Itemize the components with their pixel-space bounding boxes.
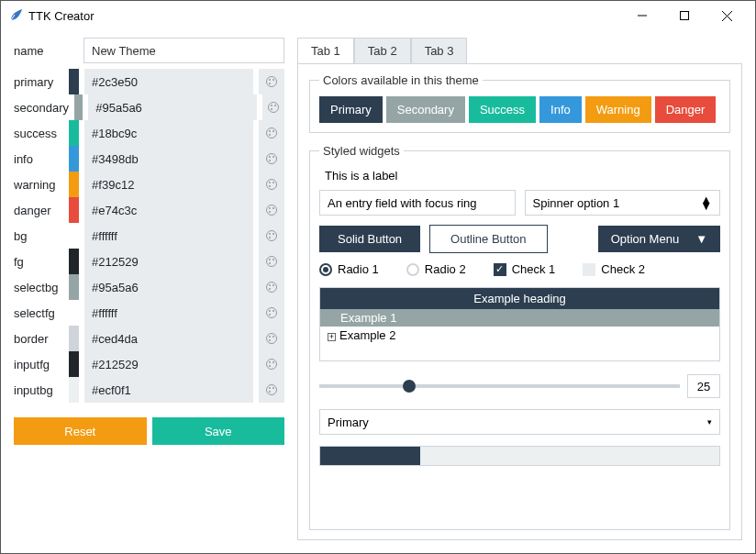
color-row-selectfg: selectfg <box>14 300 284 326</box>
color-picker-button[interactable] <box>259 377 284 403</box>
color-label: warning <box>14 178 63 192</box>
svg-point-25 <box>269 207 271 209</box>
color-hex-input[interactable] <box>84 223 253 249</box>
color-hex-input[interactable] <box>84 197 253 223</box>
color-picker-button[interactable] <box>259 223 284 249</box>
color-picker-button[interactable] <box>259 300 284 326</box>
color-hex-input[interactable] <box>84 146 253 172</box>
svg-point-49 <box>269 361 271 363</box>
color-row-primary: primary <box>14 69 284 94</box>
tree-row-1[interactable]: Example 1 <box>320 309 719 327</box>
minimize-button[interactable] <box>621 2 663 29</box>
color-hex-input[interactable] <box>84 300 253 326</box>
theme-color-button-danger[interactable]: Danger <box>655 96 717 123</box>
color-label: info <box>14 152 63 166</box>
slider[interactable] <box>319 384 680 388</box>
tab-1[interactable]: Tab 1 <box>297 38 354 63</box>
color-label: success <box>14 127 63 140</box>
color-row-inputbg: inputbg <box>14 377 284 403</box>
radio-1[interactable]: Radio 1 <box>319 262 379 276</box>
svg-point-23 <box>269 185 271 187</box>
expand-icon[interactable]: + <box>328 333 336 341</box>
color-picker-button[interactable] <box>262 94 284 120</box>
color-hex-input[interactable] <box>88 94 257 120</box>
slider-thumb[interactable] <box>403 380 416 393</box>
svg-point-21 <box>269 182 271 183</box>
color-picker-button[interactable] <box>259 326 284 351</box>
theme-name-input[interactable] <box>83 38 284 63</box>
entry-field[interactable] <box>319 190 516 216</box>
color-picker-button[interactable] <box>259 146 284 172</box>
spinner-arrows-icon[interactable]: ▲▼ <box>700 196 712 209</box>
color-row-inputfg: inputfg <box>14 351 284 377</box>
chevron-down-icon: ▾ <box>707 417 712 427</box>
color-swatch <box>69 274 79 300</box>
combo-value: Primary <box>328 416 369 429</box>
palette-icon <box>265 152 278 165</box>
tree-row-2[interactable]: +Example 2 <box>320 327 719 344</box>
svg-point-16 <box>267 154 277 164</box>
solid-button[interactable]: Solid Button <box>319 226 420 252</box>
spinner[interactable]: Spinner option 1 ▲▼ <box>525 190 721 216</box>
color-label: selectfg <box>14 306 63 320</box>
radio-2[interactable]: Radio 2 <box>406 262 466 276</box>
option-menu-button[interactable]: Option Menu ▼ <box>598 226 720 252</box>
checkbox-icon: ✓ <box>494 263 506 276</box>
color-swatch <box>69 300 79 326</box>
color-picker-button[interactable] <box>259 274 284 300</box>
color-hex-input[interactable] <box>84 120 253 146</box>
color-row-danger: danger <box>14 197 284 223</box>
color-picker-button[interactable] <box>259 351 284 377</box>
tab-2[interactable]: Tab 2 <box>354 38 411 63</box>
palette-icon <box>265 229 278 242</box>
svg-point-46 <box>272 336 274 338</box>
svg-point-47 <box>269 339 271 341</box>
color-swatch <box>69 223 79 249</box>
theme-color-button-warning[interactable]: Warning <box>585 96 651 123</box>
svg-point-12 <box>267 128 277 138</box>
color-picker-button[interactable] <box>259 120 284 146</box>
color-hex-input[interactable] <box>84 69 253 94</box>
color-hex-input[interactable] <box>84 249 253 274</box>
palette-icon <box>265 332 278 345</box>
color-picker-button[interactable] <box>259 249 284 274</box>
theme-color-button-primary[interactable]: Primary <box>319 96 383 123</box>
window-title: TTK Creator <box>28 9 621 23</box>
reset-button[interactable]: Reset <box>14 417 147 445</box>
outline-button[interactable]: Outline Button <box>429 225 547 253</box>
color-hex-input[interactable] <box>84 274 253 300</box>
color-row-info: info <box>14 146 284 172</box>
theme-color-button-success[interactable]: Success <box>469 96 536 123</box>
color-picker-button[interactable] <box>259 197 284 223</box>
palette-icon <box>265 178 278 191</box>
svg-point-27 <box>269 211 271 213</box>
color-label: bg <box>14 229 63 243</box>
palette-icon <box>265 204 278 216</box>
save-button[interactable]: Save <box>152 417 285 445</box>
color-swatch <box>69 172 79 197</box>
color-picker-button[interactable] <box>259 69 284 94</box>
color-hex-input[interactable] <box>84 172 253 197</box>
maximize-button[interactable] <box>663 2 706 29</box>
theme-color-button-secondary[interactable]: Secondary <box>386 96 465 123</box>
color-hex-input[interactable] <box>84 351 253 377</box>
color-row-bg: bg <box>14 223 284 249</box>
tab-3[interactable]: Tab 3 <box>411 38 468 63</box>
theme-color-button-info[interactable]: Info <box>539 96 582 123</box>
tab-bar: Tab 1 Tab 2 Tab 3 <box>297 38 742 63</box>
color-hex-input[interactable] <box>84 326 253 351</box>
svg-point-6 <box>272 79 274 81</box>
color-picker-button[interactable] <box>259 172 284 197</box>
check-2[interactable]: Check 2 <box>583 262 645 276</box>
close-button[interactable] <box>706 2 748 29</box>
treeview[interactable]: Example heading Example 1 +Example 2 <box>319 287 720 361</box>
color-hex-input[interactable] <box>84 377 253 403</box>
palette-icon <box>265 255 278 268</box>
check-1[interactable]: ✓ Check 1 <box>494 262 556 276</box>
svg-point-38 <box>272 284 274 286</box>
combo-box[interactable]: Primary ▾ <box>319 409 720 435</box>
radio-icon <box>406 263 419 276</box>
color-button-row: PrimarySecondarySuccessInfoWarningDanger <box>319 96 720 123</box>
palette-icon <box>265 75 278 88</box>
svg-point-48 <box>267 360 277 370</box>
